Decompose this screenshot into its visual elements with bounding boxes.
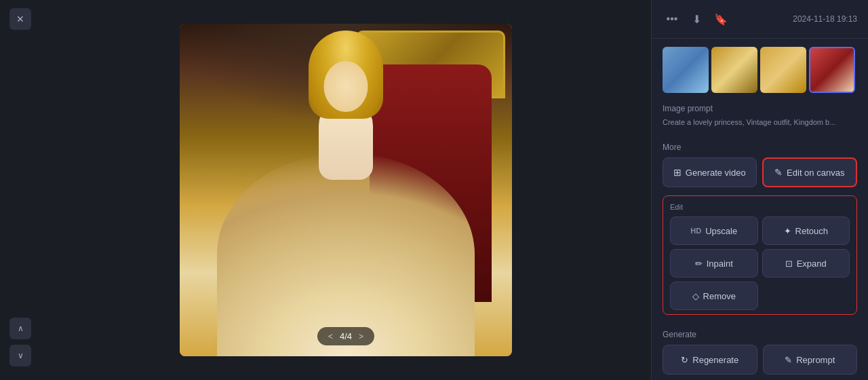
more-options-icon: ••• xyxy=(667,13,678,25)
edit-buttons-grid: HD Upscale ✦ Retouch ✏ Inpaint ⊡ Expand … xyxy=(670,216,850,310)
generate-video-icon: ⊞ xyxy=(673,167,682,178)
more-options-button[interactable]: ••• xyxy=(663,10,682,28)
more-section-label: More xyxy=(652,136,868,157)
timestamp: 2024-11-18 19:13 xyxy=(793,14,857,24)
reprompt-icon: ✎ xyxy=(785,355,792,365)
generate-actions-row: ↻ Regenerate ✎ Reprompt xyxy=(652,345,868,380)
next-image-button[interactable]: ∨ xyxy=(9,345,31,366)
princess-head xyxy=(324,61,368,112)
right-panel-header: ••• ⬇ 🔖 2024-11-18 19:13 xyxy=(652,0,868,39)
thumbnail-4[interactable] xyxy=(809,47,855,93)
expand-button[interactable]: ⊡ Expand xyxy=(762,249,850,278)
thumbnail-image-4 xyxy=(810,48,854,92)
thumbnail-strip xyxy=(652,39,868,98)
image-prompt-text: Create a lovely princess, Vintage outfit… xyxy=(652,116,868,136)
inpaint-button[interactable]: ✏ Inpaint xyxy=(670,249,758,278)
remove-button[interactable]: ◇ Remove xyxy=(670,282,758,310)
image-counter: < 4/4 > xyxy=(317,327,374,345)
upscale-icon: HD xyxy=(690,227,701,235)
expand-icon: ⊡ xyxy=(785,259,793,269)
close-button[interactable]: ✕ xyxy=(9,8,31,30)
more-actions-row: ⊞ Generate video ✎ Edit on canvas xyxy=(652,157,868,195)
navigation-arrows: ∧ ∨ xyxy=(9,318,31,366)
counter-text: 4/4 xyxy=(340,331,352,341)
retouch-button[interactable]: ✦ Retouch xyxy=(762,216,850,245)
remove-label: Remove xyxy=(703,291,736,301)
upscale-button[interactable]: HD Upscale xyxy=(670,216,758,245)
generate-section-label: Generate xyxy=(652,323,868,345)
regenerate-button[interactable]: ↻ Regenerate xyxy=(663,345,757,375)
thumbnail-2[interactable] xyxy=(711,47,757,93)
edit-section-label: Edit xyxy=(670,203,850,211)
edit-on-canvas-icon: ✎ xyxy=(774,167,783,178)
down-arrow-icon: ∨ xyxy=(18,351,24,360)
close-icon: ✕ xyxy=(16,14,24,24)
main-image xyxy=(180,24,512,356)
thumbnail-image-1 xyxy=(663,47,709,93)
regenerate-label: Regenerate xyxy=(692,355,738,365)
generate-video-button[interactable]: ⊞ Generate video xyxy=(663,157,757,187)
download-button[interactable]: ⬇ xyxy=(687,10,706,28)
image-prompt-label: Image prompt xyxy=(652,101,868,116)
reprompt-label: Reprompt xyxy=(796,355,835,365)
princess-dress xyxy=(217,153,475,356)
download-icon: ⬇ xyxy=(692,13,701,26)
prev-image-button[interactable]: ∧ xyxy=(9,318,31,339)
thumbnail-1[interactable] xyxy=(663,47,709,93)
edit-on-canvas-label: Edit on canvas xyxy=(787,168,844,178)
right-panel: ••• ⬇ 🔖 2024-11-18 19:13 Image prompt Cr… xyxy=(651,0,868,380)
image-container: < 4/4 > xyxy=(180,24,512,356)
expand-label: Expand xyxy=(797,259,827,269)
regenerate-icon: ↻ xyxy=(681,355,688,365)
inpaint-icon: ✏ xyxy=(695,259,703,269)
bookmark-button[interactable]: 🔖 xyxy=(711,10,730,28)
thumbnail-image-3 xyxy=(760,47,806,93)
retouch-label: Retouch xyxy=(795,226,828,236)
edit-on-canvas-button[interactable]: ✎ Edit on canvas xyxy=(762,157,858,187)
reprompt-button[interactable]: ✎ Reprompt xyxy=(763,345,858,375)
main-image-area: < 4/4 > xyxy=(41,0,651,380)
remove-icon: ◇ xyxy=(692,291,699,301)
thumbnail-image-2 xyxy=(711,47,757,93)
inpaint-label: Inpaint xyxy=(707,259,733,269)
upscale-label: Upscale xyxy=(705,226,737,236)
generate-video-label: Generate video xyxy=(686,168,746,178)
bookmark-icon: 🔖 xyxy=(714,13,728,26)
counter-prev-button[interactable]: < xyxy=(328,332,333,341)
thumbnail-3[interactable] xyxy=(760,47,806,93)
retouch-icon: ✦ xyxy=(784,226,791,236)
counter-next-button[interactable]: > xyxy=(359,332,363,341)
edit-section: Edit HD Upscale ✦ Retouch ✏ Inpaint ⊡ Ex… xyxy=(663,195,857,315)
left-sidebar: ✕ ∧ ∨ xyxy=(0,0,41,380)
header-actions: ••• ⬇ 🔖 xyxy=(663,10,730,28)
up-arrow-icon: ∧ xyxy=(18,324,24,333)
